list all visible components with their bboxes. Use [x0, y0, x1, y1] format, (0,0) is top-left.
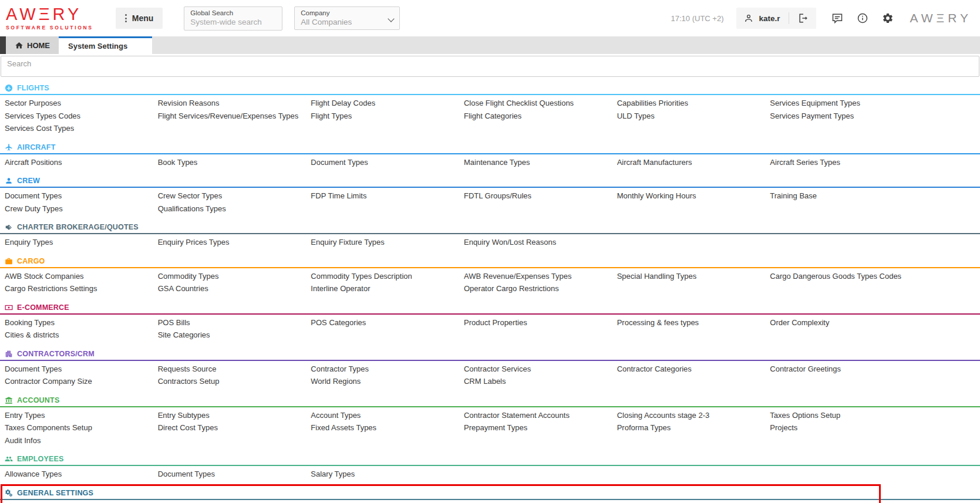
- settings-link[interactable]: Flight Delay Codes: [311, 99, 375, 107]
- settings-link[interactable]: Order Complexity: [770, 318, 829, 327]
- settings-link[interactable]: Flight Services/Revenue/Expenses Types: [158, 112, 299, 120]
- settings-link[interactable]: POS Categories: [311, 318, 366, 327]
- settings-link[interactable]: Document Types: [5, 191, 62, 200]
- settings-link[interactable]: Services Equipment Types: [770, 99, 860, 107]
- settings-link[interactable]: Audit Infos: [5, 436, 41, 445]
- settings-link[interactable]: Document Types: [311, 158, 368, 167]
- settings-link[interactable]: Salary Types: [311, 470, 355, 478]
- settings-link[interactable]: Aircraft Manufacturers: [617, 158, 692, 167]
- settings-link[interactable]: Interline Operator: [311, 284, 370, 293]
- settings-link[interactable]: AWB Revenue/Expenses Types: [464, 272, 572, 281]
- info-icon[interactable]: [857, 12, 868, 24]
- settings-link[interactable]: Prepayment Types: [464, 423, 527, 432]
- settings-link[interactable]: Enquiry Fixture Types: [311, 238, 384, 247]
- link-cell: Contractor Statement Accounts: [464, 409, 617, 422]
- settings-link[interactable]: Projects: [770, 423, 797, 432]
- settings-link[interactable]: Cargo Dangerous Goods Types Codes: [770, 272, 901, 281]
- settings-link[interactable]: ULD Types: [617, 112, 655, 120]
- settings-link[interactable]: Account Types: [311, 411, 361, 420]
- settings-link[interactable]: Closing Accounts stage 2-3: [617, 411, 710, 420]
- tab-system-settings[interactable]: System Settings: [59, 36, 152, 54]
- link-cell: Fixed Assets Types: [311, 421, 464, 434]
- settings-link[interactable]: Sector Purposes: [5, 99, 61, 107]
- link-cell: Commodity Types Description: [311, 270, 464, 283]
- chat-icon[interactable]: [831, 12, 843, 24]
- global-search-field[interactable]: Global Search: [184, 6, 282, 31]
- settings-link[interactable]: Enquiry Prices Types: [158, 238, 230, 247]
- settings-link[interactable]: World Regions: [311, 377, 361, 386]
- settings-link[interactable]: Maintenance Types: [464, 158, 530, 167]
- settings-link[interactable]: Flight Categories: [464, 112, 521, 120]
- settings-link[interactable]: Special Handling Types: [617, 272, 697, 281]
- settings-link[interactable]: Processing & fees types: [617, 318, 699, 327]
- settings-link[interactable]: Services Cost Types: [5, 124, 74, 133]
- settings-link[interactable]: Aircraft Positions: [5, 158, 62, 167]
- settings-link[interactable]: Close Flight Checklist Questions: [464, 99, 574, 107]
- link-cell: Product Properties: [464, 316, 617, 329]
- settings-link[interactable]: Cities & districts: [5, 330, 59, 339]
- gear-icon[interactable]: [882, 12, 894, 24]
- link-cell: [311, 329, 464, 342]
- settings-link[interactable]: Allowance Types: [5, 470, 62, 478]
- tab-home[interactable]: HOME: [6, 36, 59, 54]
- settings-link[interactable]: Site Categories: [158, 330, 210, 339]
- settings-link[interactable]: Taxes Components Setup: [5, 423, 92, 432]
- section-header-accounts: ACCOUNTS: [0, 396, 980, 407]
- company-label: Company: [301, 9, 393, 16]
- menu-button[interactable]: Menu: [116, 8, 163, 29]
- settings-link[interactable]: Entry Subtypes: [158, 411, 210, 420]
- settings-link[interactable]: Contractor Types: [311, 364, 369, 373]
- settings-link[interactable]: Document Types: [5, 364, 62, 373]
- settings-link[interactable]: Requests Source: [158, 364, 217, 373]
- settings-link[interactable]: Contractor Company Size: [5, 377, 92, 386]
- settings-link[interactable]: Capabilities Priorities: [617, 99, 688, 107]
- search-input[interactable]: [1, 56, 979, 71]
- settings-link[interactable]: Crew Sector Types: [158, 191, 223, 200]
- settings-link[interactable]: Fixed Assets Types: [311, 423, 376, 432]
- settings-link[interactable]: Revision Reasons: [158, 99, 220, 107]
- settings-link[interactable]: Booking Types: [5, 318, 55, 327]
- settings-link[interactable]: GSA Countries: [158, 284, 208, 293]
- settings-link[interactable]: Book Types: [158, 158, 198, 167]
- logout-icon[interactable]: [797, 12, 809, 24]
- company-select[interactable]: Company All Companies: [294, 6, 400, 30]
- settings-link[interactable]: Qualifications Types: [158, 204, 226, 213]
- link-cell: Document Types: [5, 190, 158, 202]
- settings-link[interactable]: CRM Labels: [464, 377, 506, 386]
- settings-link[interactable]: Proforma Types: [617, 423, 671, 432]
- settings-link[interactable]: Contractor Categories: [617, 364, 692, 373]
- settings-link[interactable]: FDTL Groups/Rules: [464, 191, 531, 200]
- settings-link[interactable]: Enquiry Types: [5, 238, 53, 247]
- link-cell: [464, 468, 617, 481]
- settings-link[interactable]: Product Properties: [464, 318, 527, 327]
- user-menu[interactable]: kate.r: [736, 8, 816, 29]
- section-links: Global System SettingsCustom Notes Setup…: [0, 500, 923, 503]
- settings-link[interactable]: Cargo Restrictions Settings: [5, 284, 97, 293]
- settings-link[interactable]: Taxes Options Setup: [770, 411, 840, 420]
- settings-link[interactable]: Crew Duty Types: [5, 204, 63, 213]
- settings-link[interactable]: Services Payment Types: [770, 112, 854, 120]
- settings-link[interactable]: Entry Types: [5, 411, 45, 420]
- settings-link[interactable]: Services Types Codes: [5, 112, 80, 120]
- settings-link[interactable]: Aircraft Series Types: [770, 158, 840, 167]
- settings-link[interactable]: FDP Time Limits: [311, 191, 366, 200]
- section-title: EMPLOYEES: [17, 455, 64, 463]
- settings-link[interactable]: Commodity Types Description: [311, 272, 412, 281]
- settings-link[interactable]: Contractors Setup: [158, 377, 220, 386]
- settings-link[interactable]: Enquiry Won/Lost Reasons: [464, 238, 556, 247]
- settings-link[interactable]: POS Bills: [158, 318, 190, 327]
- section-contractors: CONTRACTORS/CRMDocument TypesRequests So…: [0, 344, 980, 390]
- settings-link[interactable]: Contractor Greetings: [770, 364, 841, 373]
- settings-link[interactable]: Monthly Working Hours: [617, 191, 696, 200]
- settings-link[interactable]: Direct Cost Types: [158, 423, 218, 432]
- settings-link[interactable]: Commodity Types: [158, 272, 219, 281]
- settings-link[interactable]: Flight Types: [311, 112, 352, 120]
- settings-link[interactable]: Contractor Statement Accounts: [464, 411, 570, 420]
- settings-link[interactable]: Training Base: [770, 191, 817, 200]
- settings-link[interactable]: Operator Cargo Restrictions: [464, 284, 559, 293]
- global-search-input[interactable]: [190, 18, 276, 26]
- sections: FLIGHTSSector PurposesRevision ReasonsFl…: [0, 78, 980, 503]
- settings-link[interactable]: Contractor Services: [464, 364, 531, 373]
- settings-link[interactable]: Document Types: [158, 470, 215, 478]
- settings-link[interactable]: AWB Stock Companies: [5, 272, 84, 281]
